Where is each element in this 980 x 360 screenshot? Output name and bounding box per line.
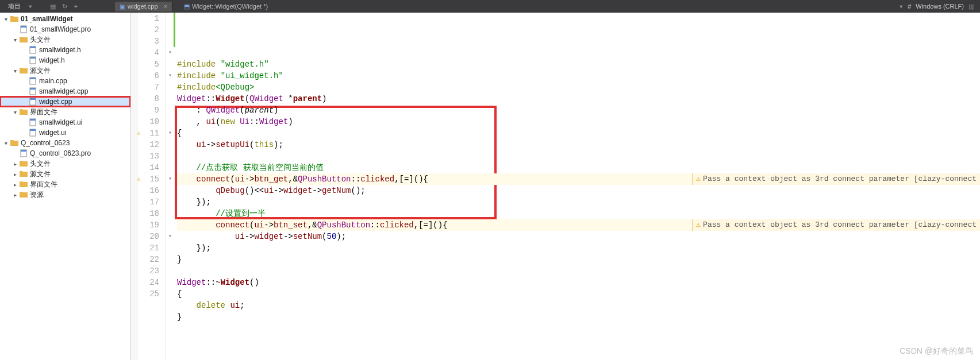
code-line[interactable]: , ui(new Ui::Widget): [177, 116, 980, 127]
code-line[interactable]: #include "widget.h": [177, 59, 980, 70]
line-number[interactable]: 17: [138, 196, 159, 208]
fold-toggle[interactable]: ▾: [166, 70, 175, 82]
line-number[interactable]: 4: [138, 47, 159, 59]
code-line[interactable]: Widget::Widget(QWidget *parent): [177, 93, 980, 104]
tree-folder[interactable]: ▾01_smallWidget: [0, 14, 130, 24]
line-number[interactable]: 11: [138, 127, 159, 139]
chevron-icon[interactable]: ▾: [5, 140, 10, 146]
line-number[interactable]: 8: [138, 93, 159, 104]
tree-file[interactable]: 01_smallWidget.pro: [0, 24, 130, 34]
code-line[interactable]: #include "ui_widget.h": [177, 70, 980, 82]
line-number[interactable]: 9: [138, 104, 159, 116]
fold-toggle[interactable]: ▾: [166, 47, 175, 59]
dropdown-icon[interactable]: ▾: [29, 3, 32, 10]
line-number[interactable]: 20: [138, 231, 159, 242]
code-line[interactable]: [177, 265, 980, 277]
tree-folder[interactable]: ▸头文件: [0, 158, 130, 169]
code-line[interactable]: [177, 150, 980, 162]
line-number[interactable]: 10: [138, 116, 159, 127]
line-number[interactable]: 21: [138, 242, 159, 254]
code-line[interactable]: delete ui;: [177, 300, 980, 311]
chevron-icon[interactable]: ▾: [14, 37, 20, 43]
tree-label: 01_smallWidget.pro: [30, 25, 91, 33]
line-number[interactable]: 3: [138, 36, 159, 47]
tree-file[interactable]: widget.cpp: [0, 96, 130, 107]
code-line[interactable]: }: [177, 254, 980, 265]
code-line[interactable]: qDebug()<<ui->widget->getNum();: [177, 185, 980, 196]
expand-icon[interactable]: ▾: [900, 3, 903, 10]
filter-icon[interactable]: ▤: [48, 2, 57, 11]
code-line[interactable]: }: [177, 311, 980, 323]
code-line[interactable]: {: [177, 127, 980, 139]
inline-warning[interactable]: ⚠Pass a context object as 3rd connect pa…: [692, 219, 980, 231]
tree-folder[interactable]: ▸资源: [0, 189, 130, 200]
split-icon[interactable]: ▥: [969, 3, 974, 10]
chevron-icon[interactable]: ▾: [14, 109, 20, 115]
inline-warning[interactable]: ⚠Pass a context object as 3rd connect pa…: [692, 173, 980, 185]
code-line[interactable]: });: [177, 242, 980, 254]
chevron-icon[interactable]: ▸: [14, 181, 20, 188]
chevron-icon[interactable]: ▾: [5, 16, 10, 22]
fold-toggle[interactable]: ▾: [166, 127, 175, 139]
tree-folder[interactable]: ▾Q_control_0623: [0, 138, 130, 148]
line-number[interactable]: 19: [138, 219, 159, 231]
line-number[interactable]: 18: [138, 208, 159, 219]
encoding-label[interactable]: #: [908, 3, 911, 10]
line-number[interactable]: 24: [138, 277, 159, 288]
line-number[interactable]: 2: [138, 24, 159, 36]
chevron-icon[interactable]: ▸: [14, 171, 20, 177]
tree-folder[interactable]: ▸源文件: [0, 169, 130, 179]
tree-file[interactable]: smallwidget.cpp: [0, 86, 130, 96]
chevron-icon[interactable]: ▸: [14, 192, 20, 198]
code-line[interactable]: Widget::~Widget(): [177, 277, 980, 288]
code-line[interactable]: connect(ui->btn_get,&QPushButton::clicke…: [177, 173, 980, 185]
line-number[interactable]: 6: [138, 70, 159, 82]
tree-file[interactable]: smallwidget.ui: [0, 117, 130, 127]
line-number[interactable]: 1: [138, 13, 159, 24]
fold-toggle[interactable]: ▾: [166, 173, 175, 185]
code-line[interactable]: ui->widget->setNum(50);: [177, 231, 980, 242]
tree-folder[interactable]: ▾源文件: [0, 65, 130, 76]
code-line[interactable]: });: [177, 196, 980, 208]
folder-icon: [20, 181, 28, 188]
line-number[interactable]: 5: [138, 59, 159, 70]
line-number[interactable]: 7: [138, 82, 159, 93]
line-number[interactable]: 23: [138, 265, 159, 277]
code-editor[interactable]: 1234567891011121314151617181920212223242…: [131, 13, 980, 360]
tree-folder[interactable]: ▾头文件: [0, 34, 130, 45]
fold-toggle: [166, 185, 175, 196]
breadcrumb[interactable]: ⬒ Widget::Widget(QWidget *): [179, 2, 272, 11]
fold-toggle[interactable]: ▾: [166, 231, 175, 242]
code-line[interactable]: [177, 323, 980, 334]
code-line[interactable]: //点击获取 获取当前空间当前的值: [177, 162, 980, 173]
project-tree[interactable]: ▾01_smallWidget01_smallWidget.pro▾头文件sma…: [0, 13, 131, 360]
code-line[interactable]: #include<QDebug>: [177, 82, 980, 93]
chevron-icon[interactable]: ▾: [14, 68, 20, 74]
line-number[interactable]: 14: [138, 162, 159, 173]
code-line[interactable]: {: [177, 288, 980, 300]
tree-folder[interactable]: ▸界面文件: [0, 179, 130, 189]
tree-file[interactable]: Q_control_0623.pro: [0, 148, 130, 158]
line-number[interactable]: 15: [138, 173, 159, 185]
code-line[interactable]: ui->setupUi(this);: [177, 139, 980, 150]
code-line[interactable]: [177, 334, 980, 346]
tree-file[interactable]: widget.ui: [0, 127, 130, 138]
line-number[interactable]: 13: [138, 150, 159, 162]
code-line[interactable]: connect(ui->btn_set,&QPushButton::clicke…: [177, 219, 980, 231]
file-tab-widget-cpp[interactable]: ▣ widget.cpp ×: [115, 2, 172, 11]
tree-file[interactable]: widget.h: [0, 55, 130, 65]
line-number[interactable]: 22: [138, 254, 159, 265]
close-icon[interactable]: ×: [164, 3, 167, 10]
tree-file[interactable]: smallwidget.h: [0, 45, 130, 55]
code-line[interactable]: //设置到一半: [177, 208, 980, 219]
add-icon[interactable]: +: [71, 2, 80, 11]
line-number[interactable]: 12: [138, 139, 159, 150]
chevron-icon[interactable]: ▸: [14, 161, 20, 167]
line-number[interactable]: 25: [138, 288, 159, 300]
code-line[interactable]: : QWidget(parent): [177, 104, 980, 116]
tree-file[interactable]: main.cpp: [0, 76, 130, 86]
sync-icon[interactable]: ↻: [60, 2, 69, 11]
line-number[interactable]: 16: [138, 185, 159, 196]
line-ending-label[interactable]: Windows (CRLF): [916, 3, 964, 10]
tree-folder[interactable]: ▾界面文件: [0, 107, 130, 117]
